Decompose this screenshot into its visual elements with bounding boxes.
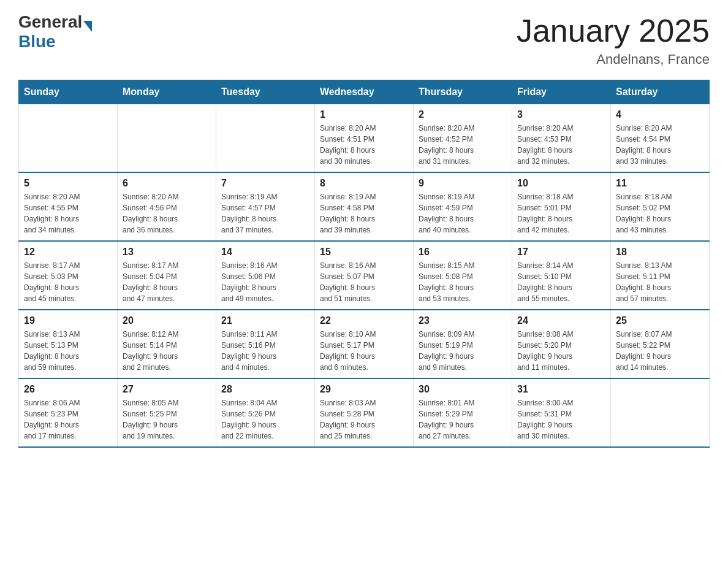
day-cell: 27Sunrise: 8:05 AM Sunset: 5:25 PM Dayli… — [118, 378, 216, 447]
day-number: 14 — [221, 247, 309, 258]
day-cell: 28Sunrise: 8:04 AM Sunset: 5:26 PM Dayli… — [216, 378, 315, 447]
day-info: Sunrise: 8:13 AM Sunset: 5:11 PM Dayligh… — [616, 260, 704, 304]
calendar-title-section: January 2025 Andelnans, France — [517, 12, 710, 67]
day-cell: 21Sunrise: 8:11 AM Sunset: 5:16 PM Dayli… — [216, 310, 315, 378]
logo-wordmark: General Blue — [18, 12, 92, 52]
week-row-3: 12Sunrise: 8:17 AM Sunset: 5:03 PM Dayli… — [19, 241, 710, 310]
day-info: Sunrise: 8:10 AM Sunset: 5:17 PM Dayligh… — [320, 329, 408, 373]
logo-arrow-icon — [83, 21, 92, 32]
header-cell-sunday: Sunday — [19, 80, 118, 104]
day-info: Sunrise: 8:14 AM Sunset: 5:10 PM Dayligh… — [517, 260, 605, 304]
day-number: 4 — [616, 109, 704, 120]
day-info: Sunrise: 8:05 AM Sunset: 5:25 PM Dayligh… — [123, 397, 211, 442]
day-info: Sunrise: 8:17 AM Sunset: 5:04 PM Dayligh… — [123, 260, 211, 304]
day-cell: 3Sunrise: 8:20 AM Sunset: 4:53 PM Daylig… — [512, 104, 611, 173]
day-cell: 17Sunrise: 8:14 AM Sunset: 5:10 PM Dayli… — [512, 241, 611, 310]
logo-general-text: General — [18, 12, 82, 32]
day-info: Sunrise: 8:17 AM Sunset: 5:03 PM Dayligh… — [24, 260, 112, 304]
day-info: Sunrise: 8:20 AM Sunset: 4:52 PM Dayligh… — [419, 123, 507, 167]
day-cell: 22Sunrise: 8:10 AM Sunset: 5:17 PM Dayli… — [315, 310, 414, 378]
day-number: 29 — [320, 384, 408, 395]
day-number: 18 — [616, 247, 704, 258]
day-number: 15 — [320, 247, 408, 258]
day-info: Sunrise: 8:07 AM Sunset: 5:22 PM Dayligh… — [616, 329, 704, 373]
day-cell: 15Sunrise: 8:16 AM Sunset: 5:07 PM Dayli… — [315, 241, 414, 310]
day-info: Sunrise: 8:13 AM Sunset: 5:13 PM Dayligh… — [24, 329, 112, 373]
day-cell: 29Sunrise: 8:03 AM Sunset: 5:28 PM Dayli… — [315, 378, 414, 447]
day-info: Sunrise: 8:19 AM Sunset: 4:58 PM Dayligh… — [320, 191, 408, 236]
day-number: 7 — [221, 178, 309, 189]
header-row: SundayMondayTuesdayWednesdayThursdayFrid… — [19, 80, 710, 104]
day-number: 5 — [24, 178, 112, 189]
day-info: Sunrise: 8:20 AM Sunset: 4:54 PM Dayligh… — [616, 123, 704, 167]
calendar-table: SundayMondayTuesdayWednesdayThursdayFrid… — [18, 80, 710, 448]
day-cell: 18Sunrise: 8:13 AM Sunset: 5:11 PM Dayli… — [611, 241, 710, 310]
day-info: Sunrise: 8:19 AM Sunset: 4:59 PM Dayligh… — [419, 191, 507, 236]
day-number: 24 — [517, 315, 605, 326]
day-info: Sunrise: 8:20 AM Sunset: 4:55 PM Dayligh… — [24, 191, 112, 236]
day-number: 22 — [320, 315, 408, 326]
day-info: Sunrise: 8:04 AM Sunset: 5:26 PM Dayligh… — [221, 397, 309, 442]
logo-blue-text: Blue — [18, 32, 56, 52]
day-cell: 31Sunrise: 8:00 AM Sunset: 5:31 PM Dayli… — [512, 378, 611, 447]
day-info: Sunrise: 8:12 AM Sunset: 5:14 PM Dayligh… — [123, 329, 211, 373]
day-number: 2 — [419, 109, 507, 120]
day-cell — [118, 104, 216, 173]
day-cell: 24Sunrise: 8:08 AM Sunset: 5:20 PM Dayli… — [512, 310, 611, 378]
day-info: Sunrise: 8:01 AM Sunset: 5:29 PM Dayligh… — [419, 397, 507, 442]
day-cell: 10Sunrise: 8:18 AM Sunset: 5:01 PM Dayli… — [512, 172, 611, 241]
week-row-1: 1Sunrise: 8:20 AM Sunset: 4:51 PM Daylig… — [19, 104, 710, 173]
day-cell: 12Sunrise: 8:17 AM Sunset: 5:03 PM Dayli… — [19, 241, 118, 310]
day-cell: 6Sunrise: 8:20 AM Sunset: 4:56 PM Daylig… — [118, 172, 216, 241]
day-info: Sunrise: 8:20 AM Sunset: 4:51 PM Dayligh… — [320, 123, 408, 167]
day-number: 16 — [419, 247, 507, 258]
header-cell-saturday: Saturday — [611, 80, 710, 104]
day-cell: 9Sunrise: 8:19 AM Sunset: 4:59 PM Daylig… — [414, 172, 512, 241]
day-cell: 23Sunrise: 8:09 AM Sunset: 5:19 PM Dayli… — [414, 310, 512, 378]
day-number: 26 — [24, 384, 112, 395]
day-info: Sunrise: 8:00 AM Sunset: 5:31 PM Dayligh… — [517, 397, 605, 442]
day-cell: 11Sunrise: 8:18 AM Sunset: 5:02 PM Dayli… — [611, 172, 710, 241]
day-number: 8 — [320, 178, 408, 189]
header-cell-monday: Monday — [118, 80, 216, 104]
day-cell: 25Sunrise: 8:07 AM Sunset: 5:22 PM Dayli… — [611, 310, 710, 378]
calendar-header: SundayMondayTuesdayWednesdayThursdayFrid… — [19, 80, 710, 104]
day-cell: 19Sunrise: 8:13 AM Sunset: 5:13 PM Dayli… — [19, 310, 118, 378]
day-info: Sunrise: 8:18 AM Sunset: 5:02 PM Dayligh… — [616, 191, 704, 236]
day-cell — [216, 104, 315, 173]
day-number: 11 — [616, 178, 704, 189]
day-number: 12 — [24, 247, 112, 258]
day-number: 25 — [616, 315, 704, 326]
day-cell: 30Sunrise: 8:01 AM Sunset: 5:29 PM Dayli… — [414, 378, 512, 447]
day-cell: 20Sunrise: 8:12 AM Sunset: 5:14 PM Dayli… — [118, 310, 216, 378]
day-cell: 2Sunrise: 8:20 AM Sunset: 4:52 PM Daylig… — [414, 104, 512, 173]
day-info: Sunrise: 8:20 AM Sunset: 4:56 PM Dayligh… — [123, 191, 211, 236]
day-cell: 13Sunrise: 8:17 AM Sunset: 5:04 PM Dayli… — [118, 241, 216, 310]
day-number: 9 — [419, 178, 507, 189]
day-info: Sunrise: 8:15 AM Sunset: 5:08 PM Dayligh… — [419, 260, 507, 304]
header-cell-thursday: Thursday — [414, 80, 512, 104]
day-cell: 7Sunrise: 8:19 AM Sunset: 4:57 PM Daylig… — [216, 172, 315, 241]
week-row-2: 5Sunrise: 8:20 AM Sunset: 4:55 PM Daylig… — [19, 172, 710, 241]
day-info: Sunrise: 8:19 AM Sunset: 4:57 PM Dayligh… — [221, 191, 309, 236]
day-cell: 1Sunrise: 8:20 AM Sunset: 4:51 PM Daylig… — [315, 104, 414, 173]
day-number: 28 — [221, 384, 309, 395]
calendar-body: 1Sunrise: 8:20 AM Sunset: 4:51 PM Daylig… — [19, 104, 710, 448]
day-info: Sunrise: 8:20 AM Sunset: 4:53 PM Dayligh… — [517, 123, 605, 167]
day-cell — [611, 378, 710, 447]
day-cell: 5Sunrise: 8:20 AM Sunset: 4:55 PM Daylig… — [19, 172, 118, 241]
day-cell: 26Sunrise: 8:06 AM Sunset: 5:23 PM Dayli… — [19, 378, 118, 447]
day-cell: 14Sunrise: 8:16 AM Sunset: 5:06 PM Dayli… — [216, 241, 315, 310]
header-cell-tuesday: Tuesday — [216, 80, 315, 104]
header-cell-friday: Friday — [512, 80, 611, 104]
day-info: Sunrise: 8:09 AM Sunset: 5:19 PM Dayligh… — [419, 329, 507, 373]
page-header: General Blue January 2025 Andelnans, Fra… — [18, 12, 710, 67]
day-number: 30 — [419, 384, 507, 395]
day-number: 27 — [123, 384, 211, 395]
day-number: 10 — [517, 178, 605, 189]
day-number: 31 — [517, 384, 605, 395]
day-number: 3 — [517, 109, 605, 120]
calendar-title: January 2025 — [517, 12, 710, 49]
day-info: Sunrise: 8:18 AM Sunset: 5:01 PM Dayligh… — [517, 191, 605, 236]
day-number: 23 — [419, 315, 507, 326]
